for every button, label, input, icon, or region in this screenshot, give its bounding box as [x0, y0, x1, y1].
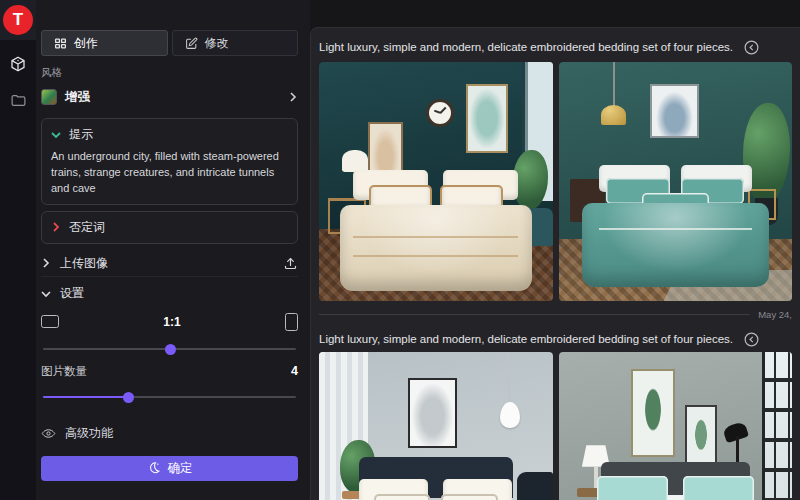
image-count-row: 图片数量 4 [41, 364, 298, 379]
chevron-right-icon [41, 258, 51, 268]
avatar[interactable]: T [3, 5, 33, 35]
pillow [441, 494, 497, 500]
prompt-label: 提示 [69, 126, 93, 143]
lamp-cord [508, 352, 510, 405]
upload-label: 上传图像 [60, 255, 108, 272]
slider-knob[interactable] [123, 392, 134, 403]
bed [582, 476, 769, 500]
bed [345, 479, 527, 500]
aspect-ratio-slider[interactable] [41, 343, 298, 355]
advanced-features-row[interactable]: 高级功能 [41, 425, 298, 442]
chevron-right-icon[interactable] [51, 222, 61, 232]
style-value: 增强 [65, 89, 280, 106]
generated-image[interactable] [559, 352, 793, 500]
landscape-icon[interactable] [41, 315, 59, 328]
result-prompt-row: Light luxury, simple and modern, delicat… [319, 326, 792, 352]
duvet [340, 205, 532, 292]
date-divider-row: May 24, [319, 304, 792, 324]
reuse-prompt-icon[interactable] [743, 39, 760, 56]
generated-image[interactable] [319, 352, 553, 500]
style-thumbnail [41, 89, 57, 105]
app-window: T 创作 [0, 0, 800, 500]
style-selector[interactable]: 增强 [41, 86, 298, 108]
bed [340, 170, 532, 292]
lamp-cord [613, 62, 615, 107]
duvet [582, 203, 769, 287]
grid-icon [54, 37, 67, 50]
chevron-down-icon [41, 289, 51, 299]
generated-image[interactable] [559, 62, 793, 301]
slider-fill [43, 396, 130, 399]
image-count-slider[interactable] [41, 391, 298, 403]
tab-create[interactable]: 创作 [41, 30, 168, 56]
mode-tabs: 创作 修改 [41, 30, 298, 56]
model-cube-icon[interactable] [9, 55, 27, 73]
edit-icon [185, 37, 198, 50]
nav-rail: T [0, 0, 36, 500]
style-label: 风格 [41, 66, 298, 80]
result-prompt: Light luxury, simple and modern, delicat… [319, 41, 733, 53]
pillow [374, 494, 430, 500]
confirm-button[interactable]: 确定 [41, 456, 298, 481]
negative-label: 否定词 [69, 219, 105, 236]
aspect-ratio-value: 1:1 [59, 315, 285, 329]
advanced-label: 高级功能 [65, 425, 113, 442]
wall-art [650, 84, 699, 139]
main-area: Light luxury, simple and modern, delicat… [310, 0, 800, 500]
bed [582, 165, 769, 287]
count-label: 图片数量 [41, 364, 87, 379]
pendant-lamp [500, 402, 520, 428]
prompt-input[interactable]: An underground city, filled with steam-p… [51, 149, 288, 197]
image-grid-row2 [319, 352, 792, 500]
portrait-icon[interactable] [285, 313, 298, 331]
result-prompt: Light luxury, simple and modern, delicat… [319, 333, 733, 345]
wall-art [685, 405, 718, 467]
pendant-lamp [601, 105, 627, 125]
wall-art [466, 84, 508, 153]
divider [319, 314, 750, 315]
count-value: 4 [291, 364, 298, 378]
tab-modify[interactable]: 修改 [172, 30, 299, 56]
generation-panel: 创作 修改 风格 增强 提示 [36, 0, 310, 500]
result-prompt-row: Light luxury, simple and modern, delicat… [319, 32, 792, 62]
date-label: May 24, [758, 309, 792, 320]
eye-icon [41, 426, 56, 441]
pillow [683, 476, 754, 500]
settings-row[interactable]: 设置 [41, 283, 298, 305]
confirm-label: 确定 [168, 460, 193, 477]
moon-icon [147, 461, 161, 475]
aspect-ratio-row: 1:1 [41, 313, 298, 331]
settings-label: 设置 [60, 285, 84, 302]
tab-modify-label: 修改 [205, 35, 229, 52]
upload-icon[interactable] [283, 256, 298, 271]
slider-knob[interactable] [165, 344, 176, 355]
pillow [597, 476, 668, 500]
wall-art [408, 378, 457, 447]
generated-image[interactable] [319, 62, 553, 301]
image-grid-row1 [319, 62, 792, 301]
results-feed: Light luxury, simple and modern, delicat… [310, 27, 800, 500]
tab-create-label: 创作 [74, 35, 98, 52]
upload-image-row[interactable]: 上传图像 [41, 251, 298, 277]
folder-icon[interactable] [9, 91, 27, 109]
chevron-down-icon[interactable] [51, 130, 61, 140]
reuse-prompt-icon[interactable] [743, 331, 760, 348]
chevron-right-icon [288, 92, 298, 102]
wall-art [631, 369, 675, 457]
negative-prompt-box[interactable]: 否定词 [41, 211, 298, 244]
prompt-box[interactable]: 提示 An underground city, filled with stea… [41, 118, 298, 205]
